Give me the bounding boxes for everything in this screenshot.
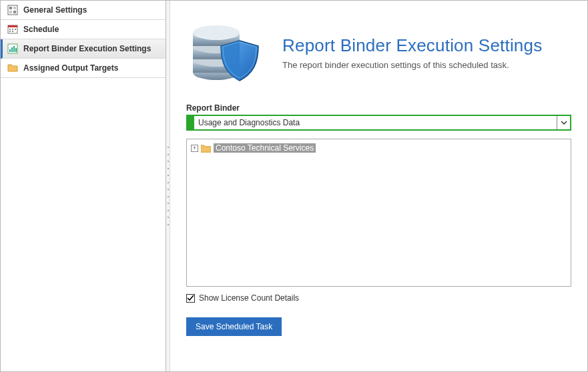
- header: Report Binder Execution Settings The rep…: [186, 13, 571, 93]
- header-text: Report Binder Execution Settings The rep…: [282, 35, 542, 70]
- sidebar-item-label: Report Binder Execution Settings: [23, 44, 151, 53]
- sidebar-item-report-binder-execution-settings[interactable]: Report Binder Execution Settings: [1, 39, 166, 59]
- folder-icon: [201, 144, 211, 153]
- settings-panel-icon: [7, 5, 18, 15]
- sidebar-item-label: General Settings: [23, 5, 87, 15]
- sidebar-item-schedule[interactable]: Schedule: [1, 20, 166, 39]
- tree-node-root[interactable]: + Contoso Technical Services: [191, 143, 567, 153]
- page-subtitle: The report binder execution settings of …: [282, 60, 542, 70]
- sidebar-item-general-settings[interactable]: General Settings: [1, 1, 166, 20]
- report-chart-icon: [7, 43, 18, 54]
- folder-icon: [7, 63, 18, 73]
- chevron-down-icon[interactable]: [557, 116, 570, 129]
- svg-rect-2: [13, 7, 16, 9]
- dropdown-accent: [188, 116, 194, 129]
- app-window: General Settings Schedule Report Binder …: [0, 0, 588, 372]
- sidebar-item-label: Schedule: [23, 25, 59, 34]
- dropdown-selected-value: Usage and Diagnostics Data: [194, 116, 557, 129]
- sidebar-item-assigned-output-targets[interactable]: Assigned Output Targets: [1, 59, 166, 78]
- database-shield-icon: [186, 13, 266, 93]
- license-count-checkbox-row: Show License Count Details: [186, 293, 571, 303]
- splitter-grip-icon: [167, 146, 170, 226]
- svg-rect-14: [11, 47, 13, 52]
- main-panel: Report Binder Execution Settings The rep…: [170, 1, 587, 371]
- svg-rect-4: [13, 11, 16, 13]
- svg-rect-7: [9, 29, 11, 30]
- page-title: Report Binder Execution Settings: [282, 35, 542, 56]
- svg-rect-8: [12, 29, 13, 30]
- report-binder-dropdown[interactable]: Usage and Diagnostics Data: [186, 115, 571, 131]
- tree-node-label: Contoso Technical Services: [214, 143, 316, 153]
- svg-rect-6: [8, 25, 17, 27]
- svg-point-23: [193, 25, 240, 40]
- svg-rect-15: [13, 46, 15, 52]
- report-binder-label: Report Binder: [186, 103, 571, 113]
- sidebar-item-label: Assigned Output Targets: [23, 63, 118, 73]
- svg-rect-10: [9, 31, 11, 32]
- license-count-checkbox-label: Show License Count Details: [199, 293, 299, 303]
- svg-rect-1: [9, 7, 12, 9]
- svg-rect-9: [15, 29, 16, 30]
- svg-rect-13: [9, 49, 11, 52]
- svg-rect-3: [9, 11, 12, 13]
- save-scheduled-task-button[interactable]: Save Scheduled Task: [186, 317, 282, 336]
- sidebar: General Settings Schedule Report Binder …: [1, 1, 166, 371]
- calendar-icon: [7, 24, 18, 35]
- license-count-checkbox[interactable]: [186, 294, 195, 303]
- svg-rect-11: [12, 31, 13, 32]
- svg-rect-16: [15, 48, 17, 52]
- expand-icon[interactable]: +: [191, 145, 198, 152]
- tree-view[interactable]: + Contoso Technical Services: [186, 139, 571, 287]
